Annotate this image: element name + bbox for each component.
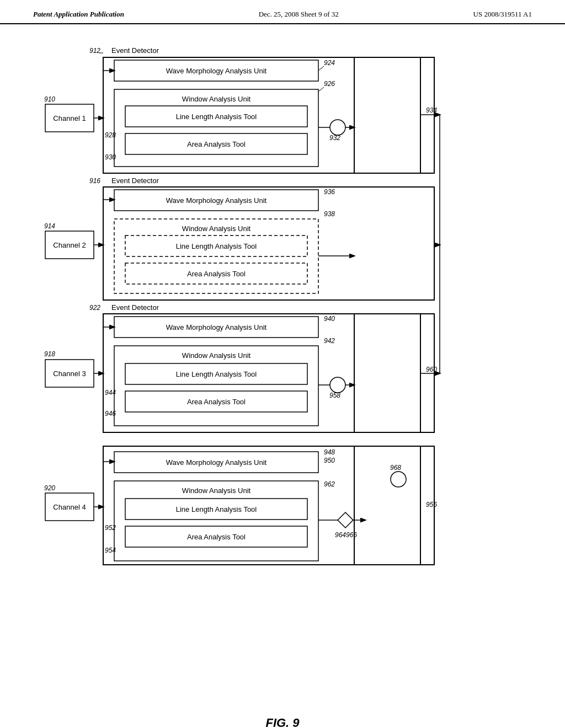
and-gate-4: [338, 512, 353, 528]
ref-936: 936: [324, 188, 335, 196]
ref-968: 968: [390, 464, 401, 472]
channel1-label: Channel 1: [53, 114, 86, 122]
ref-910: 910: [44, 95, 55, 103]
window-analysis-label-4: Window Analysis Unit: [182, 486, 251, 495]
patent-diagram: Event Detector 912 Wave Morphology Analy…: [22, 41, 543, 675]
ref-948: 948: [324, 448, 335, 456]
ref-958: 958: [329, 392, 340, 399]
line-length-label-2: Line Length Analysis Tool: [176, 242, 257, 250]
ref-932: 932: [329, 134, 340, 142]
ref-946: 946: [105, 410, 116, 417]
ref-914: 914: [44, 222, 55, 230]
ref-934: 934: [426, 106, 437, 114]
ref-950: 950: [324, 457, 335, 464]
svg-line-3: [318, 66, 324, 71]
ref-966: 966: [346, 531, 357, 539]
event-detector-label-1: Event Detector: [111, 46, 159, 55]
ref-944: 944: [105, 389, 116, 397]
ref-916: 916: [89, 177, 100, 185]
wave-morphology-label-2: Wave Morphology Analysis Unit: [166, 196, 267, 205]
area-analysis-label-1: Area Analysis Tool: [187, 140, 246, 148]
svg-rect-15: [103, 187, 434, 300]
svg-point-47: [391, 472, 406, 487]
event-detector-label-2: Event Detector: [111, 176, 159, 185]
channel3-label: Channel 3: [53, 370, 86, 378]
ref-938: 938: [324, 210, 335, 218]
header-patent-number: US 2008/319511 A1: [473, 10, 532, 19]
window-analysis-label-2: Window Analysis Unit: [182, 224, 251, 233]
line-length-label-1: Line Length Analysis Tool: [176, 113, 257, 121]
diagram-area: Event Detector 912 Wave Morphology Analy…: [0, 24, 565, 710]
ref-952: 952: [105, 524, 116, 532]
area-analysis-label-3: Area Analysis Tool: [187, 398, 246, 406]
ref-920: 920: [44, 484, 55, 492]
ref-928: 928: [105, 131, 116, 139]
channel2-label: Channel 2: [53, 241, 86, 249]
line-length-label-3: Line Length Analysis Tool: [176, 370, 257, 378]
figure-caption: FIG. 9: [0, 716, 565, 728]
svg-rect-35: [354, 314, 420, 432]
svg-line-5: [318, 87, 324, 92]
channel4-label: Channel 4: [53, 503, 86, 511]
wave-morphology-label-3: Wave Morphology Analysis Unit: [166, 323, 267, 331]
header-date-sheet: Dec. 25, 2008 Sheet 9 of 32: [259, 10, 339, 19]
ref-942: 942: [324, 337, 335, 345]
page-header: Patent Application Publication Dec. 25, …: [0, 0, 565, 24]
window-analysis-label-3: Window Analysis Unit: [182, 351, 251, 360]
area-analysis-label-2: Area Analysis Tool: [187, 270, 246, 278]
svg-point-11: [330, 120, 345, 135]
svg-point-32: [330, 377, 345, 393]
ref-940: 940: [324, 315, 335, 323]
ref-962: 962: [324, 480, 335, 488]
line-length-label-4: Line Length Analysis Tool: [176, 505, 257, 513]
svg-rect-0: [103, 57, 434, 173]
ref-924: 924: [324, 59, 335, 67]
ref-960: 960: [426, 366, 437, 373]
wave-morphology-label-4: Wave Morphology Analysis Unit: [166, 458, 267, 467]
ref-918: 918: [44, 350, 55, 358]
ref-912: 912: [89, 47, 100, 55]
ref-956: 956: [426, 501, 437, 508]
svg-rect-46: [354, 446, 420, 565]
ref-954: 954: [105, 547, 116, 554]
window-analysis-label-1: Window Analysis Unit: [182, 95, 251, 103]
ref-930: 930: [105, 153, 116, 161]
event-detector-label-3: Event Detector: [111, 303, 159, 312]
area-analysis-label-4: Area Analysis Tool: [187, 533, 246, 541]
ref-926: 926: [324, 80, 335, 88]
ref-922: 922: [89, 304, 100, 312]
svg-rect-13: [354, 57, 420, 173]
ref-964: 964: [335, 531, 346, 539]
wave-morphology-label-1: Wave Morphology Analysis Unit: [166, 67, 267, 75]
header-publication-type: Patent Application Publication: [33, 10, 124, 19]
svg-rect-24: [103, 314, 434, 432]
